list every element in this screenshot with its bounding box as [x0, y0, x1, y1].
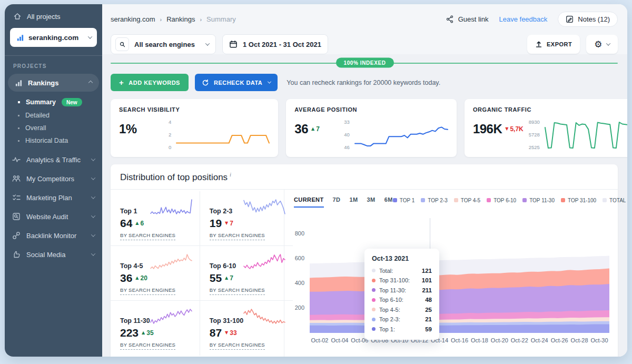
tab-1m[interactable]: 1M: [349, 196, 358, 208]
recheck-data-button[interactable]: RECHECK DATA: [195, 74, 278, 91]
toolbar: All search engines 1 Oct 2021 - 31 Oct 2…: [102, 31, 627, 54]
tooltip-dot: [372, 298, 376, 302]
legend-top-2-3[interactable]: TOP 2-3: [421, 198, 447, 203]
mini-card-value-row: 223▲35: [120, 327, 192, 339]
sidebar-item-backlink-monitor[interactable]: Backlink Monitor: [5, 226, 102, 245]
tooltip-row-total: Total:121: [372, 268, 432, 274]
tab-7d[interactable]: 7D: [333, 196, 341, 208]
delta-value: 7: [230, 274, 233, 282]
sidebar-subitem-summary[interactable]: SummaryNew: [5, 95, 102, 109]
mini-card-value: 36: [120, 272, 132, 284]
legend-top-4-5[interactable]: TOP 4-5: [454, 198, 480, 203]
mini-card-value-row: 64▲6: [120, 217, 192, 230]
mini-card-label: Top 6-10: [210, 262, 236, 270]
sidebar-item-rankings[interactable]: Rankings: [8, 74, 99, 92]
sidebar-subitem-historical-data[interactable]: Historical Data: [5, 134, 102, 147]
notes-button[interactable]: Notes (12): [558, 12, 618, 27]
add-keywords-button[interactable]: + ADD KEYWORDS: [111, 74, 189, 91]
axis-label: 5728: [529, 132, 540, 137]
leave-feedback-link[interactable]: Leave feedback: [499, 15, 548, 23]
mini-card-delta: ▲6: [135, 220, 144, 227]
tooltip-rows: Total:121Top 31-100:101Top 11-30:211Top …: [372, 268, 432, 332]
legend-swatch: [393, 198, 397, 202]
date-range-select[interactable]: 1 Oct 2021 - 31 Oct 2021: [222, 34, 328, 54]
tab-3m[interactable]: 3M: [367, 196, 376, 208]
settings-button[interactable]: ⚙: [586, 35, 618, 54]
stat-cards: SEARCH VISIBILITY1%420AVERAGE POSITION36…: [102, 92, 627, 159]
mini-card-top-4-5: Top 4-536▲20BY SEARCH ENGINES: [111, 246, 200, 301]
sidebar-item-analytics-traffic[interactable]: Analytics & Traffic: [5, 150, 102, 169]
mini-sparkline: [150, 198, 192, 215]
tooltip-dot: [372, 288, 376, 292]
all-projects-link[interactable]: All projects: [5, 4, 102, 25]
tooltip-dot: [372, 279, 376, 282]
legend-label: TOP 1: [400, 198, 415, 203]
tab-6m[interactable]: 6M: [384, 196, 393, 208]
delta-up-icon: ▲: [135, 276, 139, 280]
legend-top-1[interactable]: TOP 1: [393, 198, 415, 203]
sidebar-item-social-media[interactable]: Social Media: [5, 245, 102, 264]
subitem-label: Detailed: [25, 112, 50, 119]
sidebar-subitem-overall[interactable]: Overall: [5, 122, 102, 134]
stat-card-value: 36: [294, 122, 308, 136]
breadcrumb: seranking.com›Rankings›Summary: [111, 15, 236, 23]
legend-swatch: [603, 198, 607, 202]
by-search-engines-link[interactable]: BY SEARCH ENGINES: [120, 287, 175, 295]
stat-card-delta: ▲7: [311, 125, 320, 133]
delta-value: 5,7K: [510, 125, 523, 133]
guest-link[interactable]: Guest link: [446, 15, 489, 23]
by-search-engines-link[interactable]: BY SEARCH ENGINES: [210, 342, 265, 350]
by-search-engines-link[interactable]: BY SEARCH ENGINES: [120, 232, 175, 240]
axis-label: 33: [344, 119, 350, 125]
x-tick-oct-22: Oct-22: [511, 337, 528, 343]
legend-top-31-100[interactable]: TOP 31-100: [561, 198, 596, 203]
stat-card-value-block: 1%: [119, 119, 163, 136]
sidebar-item-label: Analytics & Traffic: [26, 156, 81, 164]
search-engines-select[interactable]: All search engines: [111, 34, 216, 54]
mini-card-top-11-30: Top 11-30223▲35BY SEARCH ENGINES: [111, 301, 200, 356]
by-search-engines-link[interactable]: BY SEARCH ENGINES: [210, 232, 265, 240]
export-button[interactable]: EXPORT: [527, 35, 580, 54]
mini-card-top: Top 6-10: [210, 253, 285, 270]
sidebar-item-my-competitors[interactable]: My Competitors: [5, 169, 102, 188]
legend-top-6-10[interactable]: TOP 6-10: [487, 198, 516, 203]
stat-card-delta: ▼5,7K: [505, 125, 524, 133]
y-axis: 800600400200: [290, 216, 310, 333]
tooltip-label: Top 2-3:: [379, 316, 421, 322]
chevron-down-icon: [268, 80, 271, 84]
stat-card-chart: 893057282525: [529, 119, 627, 152]
delta-up-icon: ▲: [311, 127, 314, 131]
sidebar-subitem-detailed[interactable]: Detailed: [5, 109, 102, 122]
axis-label: 0: [169, 144, 171, 150]
chevron-down-icon: [91, 175, 95, 180]
mini-card-top-6-10: Top 6-1055▲7BY SEARCH ENGINES: [200, 246, 293, 301]
tooltip-label: Total:: [379, 268, 418, 274]
chevron-down-icon: [91, 156, 95, 161]
tab-current[interactable]: CURRENT: [294, 196, 324, 208]
x-tick-oct-26: Oct-26: [551, 337, 568, 343]
stat-card-title: ORGANIC TRAFFIC: [473, 106, 627, 113]
add-keywords-label: ADD KEYWORDS: [129, 80, 180, 86]
mini-card-value: 223: [120, 327, 139, 339]
search-icon-box: [115, 37, 129, 51]
info-icon[interactable]: i: [230, 171, 231, 178]
breadcrumb-item-seranking-com[interactable]: seranking.com: [111, 15, 155, 23]
plot-area[interactable]: Oct-13 2021 Total:121Top 31-100:101Top 1…: [310, 216, 609, 333]
stat-card-body: 1%420: [119, 119, 270, 152]
legend-total[interactable]: TOTAL: [603, 198, 626, 203]
by-search-engines-link[interactable]: BY SEARCH ENGINES: [120, 342, 175, 350]
stat-card-axis: 893057282525: [529, 119, 540, 150]
stat-card-title: SEARCH VISIBILITY: [119, 106, 270, 113]
sidebar-item-website-audit[interactable]: Website Audit: [5, 207, 102, 226]
sidebar-item-label: Backlink Monitor: [26, 232, 76, 240]
by-search-engines-link[interactable]: BY SEARCH ENGINES: [210, 287, 265, 295]
breadcrumb-item-rankings[interactable]: Rankings: [166, 15, 195, 23]
competitors-icon: [12, 174, 21, 183]
project-selector[interactable]: seranking.com: [10, 28, 97, 47]
sidebar-item-marketing-plan[interactable]: Marketing Plan: [5, 188, 102, 207]
stat-card-body: 36▲7334046: [294, 119, 448, 152]
website-audit-icon: [12, 212, 21, 221]
mini-card-label: Top 1: [120, 208, 137, 215]
mini-card-delta: ▲35: [142, 329, 154, 337]
legend-top-11-30[interactable]: TOP 11-30: [522, 198, 555, 203]
